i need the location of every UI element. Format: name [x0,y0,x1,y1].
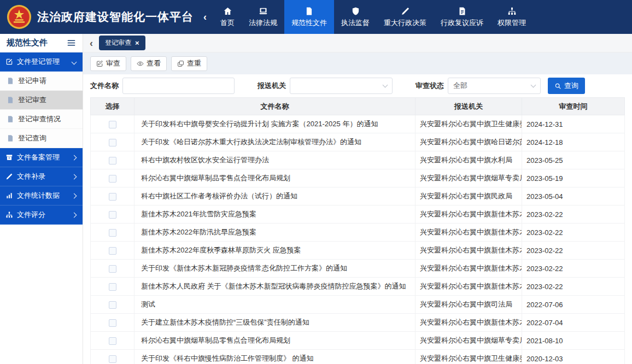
sidebar-item-registration-review[interactable]: 登记审查 [0,91,83,110]
agency-cell: 兴安盟科尔沁右翼中旗民政局 [416,187,522,206]
home-icon [223,7,232,16]
app-title: 法治政府建设智能化一体平台 [37,9,194,25]
review-button[interactable]: 审查 [90,56,126,71]
sidebar-menu: 文件登记管理登记申请登记审查登记审查情况登记查询文件备案管理文件补录文件统计数据… [0,52,83,225]
agency-cell: 兴安盟科尔沁右翼中旗司法局 [416,296,522,314]
row-checkbox[interactable] [109,247,116,255]
doc-name-cell: 新佳木苏木2021年抗雪防灾应急预案 [134,206,416,224]
table-row: 科尔沁右翼中旗烟草制品零售点合理化布局规划兴安盟科尔沁右翼中旗烟草专卖局2023… [91,169,625,187]
documents-table: 选择文件名称报送机关审查时间 关于印发科右中旗母婴安全行动提升计划 实施方案（2… [90,97,625,364]
app-root: 法治政府建设智能化一体平台 ‹ 首页法律法规规范性文件执法监督重大行政决策行政复… [0,0,632,364]
doc-name-cell: 关于建立新佳木苏木疫情防控“三级包保”责任制的通知 [134,314,416,332]
tab-registration-review[interactable]: 登记审查 × [99,36,145,50]
top-bar: 法治政府建设智能化一体平台 ‹ 首页法律法规规范性文件执法监督重大行政决策行政复… [0,0,632,34]
doc-icon [305,7,314,16]
sidebar-item-registration-review-status[interactable]: 登记审查情况 [0,110,83,129]
chevron-right-icon [72,155,77,160]
row-checkbox[interactable] [109,121,116,128]
topnav-item-label: 规范性文件 [291,18,327,28]
review-date-cell: 2023-02-22 [522,206,625,224]
agency-cell: 兴安盟科尔沁右翼中旗新佳木苏木... [416,224,522,242]
select-cell [91,278,134,296]
row-checkbox[interactable] [109,319,116,327]
doc-name-cell: 科右中旗社区工作者考核评价办法（试行）的通知 [134,187,416,206]
sidebar-item-registration-query[interactable]: 登记查询 [0,129,83,148]
agency-cell: 兴安盟科尔沁右翼中旗卫生健康委... [416,115,522,133]
row-checkbox[interactable] [109,193,116,201]
review-button-label: 审查 [106,58,120,68]
doc-name-cell: 新佳木苏木2022年防汛抗旱应急预案 [134,224,416,242]
doc-name-cell: 关于印发科右中旗母婴安全行动提升计划 实施方案（2021-2025 年）的通知 [134,115,416,133]
review-date-cell: 2022-07-06 [522,296,625,314]
sidebar-item-doc-supplement[interactable]: 文件补录 [0,167,83,186]
agency-select[interactable] [290,78,393,94]
chevron-down-icon [72,59,77,64]
agency-cell: 兴安盟科尔沁右翼中旗哈日诺尔苏... [416,133,522,151]
tab-close-icon[interactable]: × [135,39,139,46]
table-row: 科右中旗社区工作者考核评价办法（试行）的通知兴安盟科尔沁右翼中旗民政局2023-… [91,187,625,206]
row-checkbox[interactable] [109,211,116,219]
sidebar-item-label: 登记查询 [18,133,46,143]
topnav-item-label: 行政复议应诉 [441,18,483,28]
topnav-item-enforcement-supervision[interactable]: 执法监督 [334,0,377,34]
edit-square-icon [96,60,103,67]
topnav-item-label: 执法监督 [341,18,370,28]
review-date-cell: 2022-07-04 [522,314,625,332]
status-select[interactable]: 全部 [448,78,541,94]
tab-scroll-left-icon[interactable]: ‹ [90,38,93,48]
select-cell [91,242,134,260]
doc-name-cell: 科右中旗农村牧区饮水安全运行管理办法 [134,151,416,169]
sidebar-item-registration-apply[interactable]: 登记申请 [0,72,83,91]
sidebar-item-doc-filing-management[interactable]: 文件备案管理 [0,148,83,167]
sidebar-item-label: 文件统计数据 [17,191,60,201]
agency-cell: 兴安盟科尔沁右翼中旗新佳木苏木... [416,206,522,224]
table-header-row: 选择文件名称报送机关审查时间 [91,98,625,115]
menu-toggle-icon[interactable] [67,38,76,48]
main-layout: 规范性文件 文件登记管理登记申请登记审查登记审查情况登记查询文件备案管理文件补录… [0,34,632,364]
review-date-cell: 2023-02-22 [522,242,625,260]
doc-name-cell: 科尔沁右翼中旗烟草制品零售点合理化布局规划 [134,169,416,187]
select-cell [91,133,134,151]
sidebar-item-doc-statistics[interactable]: 文件统计数据 [0,186,83,206]
row-checkbox[interactable] [109,139,116,146]
view-button[interactable]: 查看 [131,56,167,71]
row-checkbox[interactable] [109,265,116,273]
topnav-item-major-admin-decisions[interactable]: 重大行政决策 [377,0,434,34]
row-checkbox[interactable] [109,301,116,309]
filter-bar: 文件名称 报送机关 审查状态 全部 查询 [83,74,632,97]
duplicate-check-button[interactable]: 查重 [171,56,207,71]
topnav-item-normative-documents[interactable]: 规范性文件 [284,0,334,34]
row-checkbox[interactable] [109,337,116,345]
column-header: 选择 [91,98,134,115]
doc-name-cell: 关于印发《新佳木苏木新冠肺炎疫情常态化防控工作方案》的通知 [134,260,416,278]
chart-icon [5,192,13,199]
table-row: 新佳木苏木人民政府 关于《新佳木苏木新型冠状病毒肺炎疫情防控应急预案》的通知兴安… [91,278,625,296]
table-row: 科尔沁右翼中旗烟草制品零售点合理化布局规划兴安盟科尔沁右翼中旗烟草专卖局2021… [91,332,625,350]
select-cell [91,115,134,133]
topnav-item-home[interactable]: 首页 [213,0,242,34]
select-cell [91,169,134,187]
doc-name-input[interactable] [122,78,235,94]
topnav-item-laws-regulations[interactable]: 法律法规 [242,0,284,34]
doc-sheet-icon [7,77,14,85]
action-toolbar: 审查查看查重 [83,52,632,74]
row-checkbox[interactable] [109,157,116,165]
review-date-cell: 2023-02-22 [522,278,625,296]
select-cell [91,260,134,278]
nav-collapse-icon[interactable]: ‹ [203,12,207,22]
sidebar-item-doc-scoring[interactable]: 文件评分 [0,206,83,225]
sidebar-item-doc-registration-management[interactable]: 文件登记管理 [0,52,83,72]
sidebar-title: 规范性文件 [7,38,48,48]
select-cell [91,187,134,206]
topnav-item-label: 重大行政决策 [384,18,426,28]
select-cell [91,224,134,242]
topnav-item-permission-management[interactable]: 权限管理 [490,0,533,34]
topnav-item-admin-reconsideration[interactable]: 行政复议应诉 [434,0,490,34]
row-checkbox[interactable] [109,283,116,291]
query-button[interactable]: 查询 [548,78,585,94]
row-checkbox[interactable] [109,175,116,183]
column-header: 报送机关 [416,98,522,115]
row-checkbox[interactable] [109,355,116,363]
review-date-cell: 2023-05-25 [522,151,625,169]
row-checkbox[interactable] [109,229,116,237]
